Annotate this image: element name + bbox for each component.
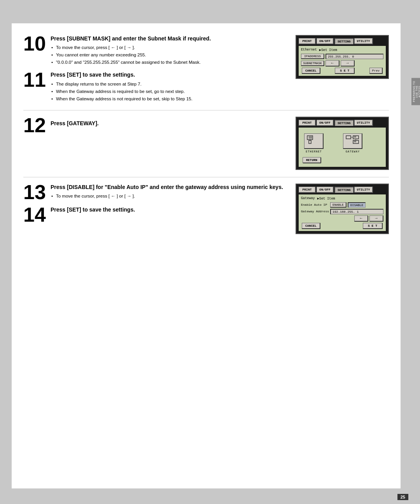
step-14-title: Press [SET] to save the settings. [51,206,284,213]
step-10-bullet-1: To move the cursor, press [ ← ] or [ → ]… [51,44,284,51]
screen3-set-btn[interactable]: S E T [363,223,383,229]
screen2-return-btn[interactable]: RETURN [303,157,321,163]
screen2-gateway-label: GATEWAY [346,150,360,153]
step-11-title: Press [SET] to save the settings. [51,71,284,78]
screen1-prev-btn[interactable]: Prev [369,68,383,74]
step-11-bullet-3: When the Gateway address is not required… [51,96,284,102]
screen3-gateway-addr-label: Gateway Address [301,210,329,213]
screen1-arrow-left[interactable]: ← [326,60,340,66]
screen3-print-btn[interactable]: PRINT [299,187,316,193]
svg-rect-6 [311,138,312,138]
screen2-ethernet-icon[interactable] [304,133,324,149]
screen3-arrow-left[interactable]: ← [354,215,368,222]
screen3-onoff-btn[interactable]: ON/OFF [317,187,334,193]
screen1-set-btn[interactable]: S E T [335,68,355,74]
svg-rect-1 [309,136,310,137]
step-10-bullet-2: You cannot enter any number exceeding 25… [51,52,284,58]
svg-rect-3 [311,136,312,137]
step-11-bullet-1: The display returns to the screen at Ste… [51,81,284,87]
screen-3: PRINT ON/OFF SETTING UTILITY Gateway ▶Se… [296,184,389,234]
screen1-arrow-right[interactable]: → [341,60,355,66]
step-10-title: Press [SUBNET MASK] and enter the Subnet… [51,35,284,42]
screen3-utility-btn[interactable]: UTILITY [354,187,373,193]
screen-2: PRINT ON/OFF SETTING UTILITY [296,117,389,170]
screen1-onoff-btn[interactable]: ON/OFF [317,38,334,44]
screen1-utility-btn[interactable]: UTILITY [354,38,373,44]
svg-rect-5 [310,138,311,138]
side-tab: PREPARING TOUSE THEACCESS [411,78,420,105]
screen1-setting-btn[interactable]: SETTING [334,38,354,44]
svg-rect-4 [309,138,310,138]
screen3-breadcrumb-right: ▶Set Item [317,196,335,201]
screen2-gateway-icon[interactable] [343,133,362,149]
screen1-cancel-btn[interactable]: CANCEL [302,68,320,74]
screen3-disable-btn[interactable]: DISABLE [348,202,366,208]
screen1-subnet-label[interactable]: SUBNETMASK [301,61,324,66]
screen2-onoff-btn[interactable]: ON/OFF [317,120,334,126]
page-number: 25 [397,494,408,500]
svg-rect-7 [309,140,311,144]
screen3-autoip-label: Enable Auto IP [301,203,329,206]
screen3-enable-btn[interactable]: ENABLE [330,202,346,208]
step-10-bullet-3: "0.0.0.0" and "255.255.255.255" cannot b… [51,59,284,65]
screen2-utility-btn[interactable]: UTILITY [354,120,373,126]
step-11-bullet-2: When the Gateway address is required to … [51,88,284,94]
screen3-setting-btn[interactable]: SETTING [334,187,354,193]
step-13-number: 13 [23,182,51,202]
step-12-title: Press [GATEWAY]. [51,120,284,127]
screen1-breadcrumb-right: ▶Set Item [319,48,337,52]
screen3-arrow-right[interactable]: → [369,215,383,222]
screen2-print-btn[interactable]: PRINT [299,120,316,126]
screen1-ip-value: 255.255.255. 0 [326,54,383,59]
screen3-cancel-btn[interactable]: CANCEL [302,223,320,229]
step-10-number: 10 [23,33,51,66]
step-11-number: 11 [23,70,51,103]
screen-1: PRINT ON/OFF SETTING UTILITY Ethernet ▶S… [296,35,389,103]
svg-rect-2 [310,136,311,137]
svg-rect-9 [346,136,351,139]
step-13-title: Press [DISABLE] for "Enable Auto IP" and… [51,184,284,191]
screen1-ip-label[interactable]: IPADDRESS [301,54,324,59]
step-14-number: 14 [23,205,51,225]
screen2-ethernet-label: ETHERNET [306,150,322,153]
step-13-bullet-1: To move the cursor, press [ ← ] or [ → ]… [51,193,284,199]
screen3-breadcrumb-left: Gateway [301,196,315,201]
step-12-number: 12 [23,115,51,135]
screen1-print-btn[interactable]: PRINT [299,38,316,44]
screen3-gateway-value: 192.168.255. 1 [330,209,383,214]
screen2-setting-btn[interactable]: SETTING [334,120,354,126]
screen1-breadcrumb-left: Ethernet [301,48,317,52]
